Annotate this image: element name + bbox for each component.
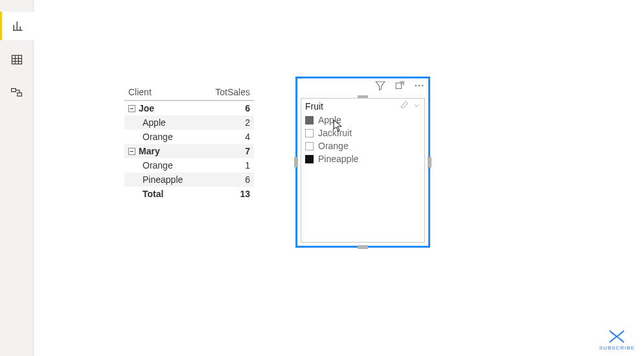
data-view-button[interactable] xyxy=(0,45,34,74)
slicer-item[interactable]: Pineapple xyxy=(305,152,420,165)
slicer-item[interactable]: Jackfruit xyxy=(305,126,420,139)
matrix-detail-value: 2 xyxy=(201,115,254,130)
checkbox-icon[interactable] xyxy=(305,142,314,150)
checkbox-icon[interactable] xyxy=(305,116,314,125)
subscribe-watermark: SUBSCRIBE xyxy=(599,329,635,351)
matrix-total-row: Total 13 xyxy=(124,187,254,201)
matrix-total-label: Total xyxy=(124,187,201,201)
matrix-detail-value: 4 xyxy=(201,130,254,144)
slicer-item-label: Apple xyxy=(318,115,341,125)
focus-icon xyxy=(395,80,405,91)
dna-icon xyxy=(607,329,627,344)
slicer-item[interactable]: Apple xyxy=(305,113,420,126)
collapse-icon[interactable]: − xyxy=(128,105,135,112)
filter-icon-button[interactable] xyxy=(374,80,386,91)
view-sidebar xyxy=(0,0,34,356)
eraser-icon xyxy=(400,101,409,110)
slicer-visual[interactable]: Fruit Apple Jackfruit xyxy=(295,77,430,248)
matrix-col-client[interactable]: Client xyxy=(124,84,201,101)
matrix-detail-row[interactable]: Apple 2 xyxy=(124,115,254,130)
more-options-button[interactable] xyxy=(413,80,425,91)
slicer-dropdown-button[interactable] xyxy=(413,101,420,112)
slicer-item-label: Jackfruit xyxy=(318,128,352,138)
resize-handle-right[interactable] xyxy=(428,157,431,167)
svg-rect-10 xyxy=(17,93,22,96)
matrix-detail-value: 1 xyxy=(201,158,254,172)
funnel-icon xyxy=(374,80,386,91)
matrix-group-label: Mary xyxy=(139,146,160,156)
matrix-detail-label: Apple xyxy=(124,115,201,130)
matrix-group-label: Joe xyxy=(139,103,154,113)
matrix-group-subtotal: 6 xyxy=(201,101,254,115)
focus-mode-button[interactable] xyxy=(394,80,406,91)
clear-selections-button[interactable] xyxy=(400,101,409,112)
svg-point-15 xyxy=(419,85,420,86)
svg-rect-13 xyxy=(396,83,402,89)
table-icon xyxy=(10,53,23,66)
svg-point-17 xyxy=(612,333,613,334)
matrix-col-totsales[interactable]: TotSales xyxy=(201,84,254,101)
visual-header xyxy=(374,80,425,91)
watermark-label: SUBSCRIBE xyxy=(599,345,635,351)
checkbox-icon[interactable] xyxy=(305,129,314,137)
matrix-group-subtotal: 7 xyxy=(201,144,254,158)
model-icon xyxy=(10,87,23,100)
svg-rect-9 xyxy=(12,89,16,92)
resize-handle-bottom[interactable] xyxy=(358,245,368,249)
report-canvas[interactable]: Client TotSales −Joe 6 Apple 2 Orange 4 xyxy=(34,0,644,356)
slicer-items: Apple Jackfruit Orange Pineapple xyxy=(301,113,424,165)
matrix-detail-row[interactable]: Orange 4 xyxy=(124,130,254,144)
report-view-button[interactable] xyxy=(0,12,34,40)
svg-point-18 xyxy=(621,339,622,340)
matrix-detail-label: Orange xyxy=(124,158,201,172)
matrix-total-value: 13 xyxy=(201,187,254,201)
resize-handle-left[interactable] xyxy=(294,157,298,167)
model-view-button[interactable] xyxy=(0,79,34,108)
collapse-icon[interactable]: − xyxy=(128,148,135,155)
slicer-body: Fruit Apple Jackfruit xyxy=(301,98,425,243)
slicer-item-label: Pineapple xyxy=(318,154,358,164)
matrix-detail-row[interactable]: Orange 1 xyxy=(124,158,254,172)
matrix-group-row[interactable]: −Joe 6 xyxy=(124,101,254,115)
svg-rect-4 xyxy=(12,55,22,64)
ellipsis-icon xyxy=(413,80,425,91)
svg-point-14 xyxy=(415,85,417,86)
matrix-detail-label: Orange xyxy=(124,130,201,144)
matrix-group-row[interactable]: −Mary 7 xyxy=(124,144,254,158)
matrix-detail-value: 6 xyxy=(201,172,254,187)
svg-point-16 xyxy=(422,85,423,86)
checkbox-icon[interactable] xyxy=(305,155,314,163)
slicer-item-label: Orange xyxy=(318,141,349,151)
slicer-item[interactable]: Orange xyxy=(305,139,420,152)
slicer-title: Fruit xyxy=(305,101,323,112)
chevron-down-icon xyxy=(413,102,420,110)
bar-chart-icon xyxy=(12,19,25,32)
matrix-detail-row[interactable]: Pineapple 6 xyxy=(124,172,254,187)
matrix-detail-label: Pineapple xyxy=(124,172,201,187)
matrix-visual[interactable]: Client TotSales −Joe 6 Apple 2 Orange 4 xyxy=(124,84,254,201)
